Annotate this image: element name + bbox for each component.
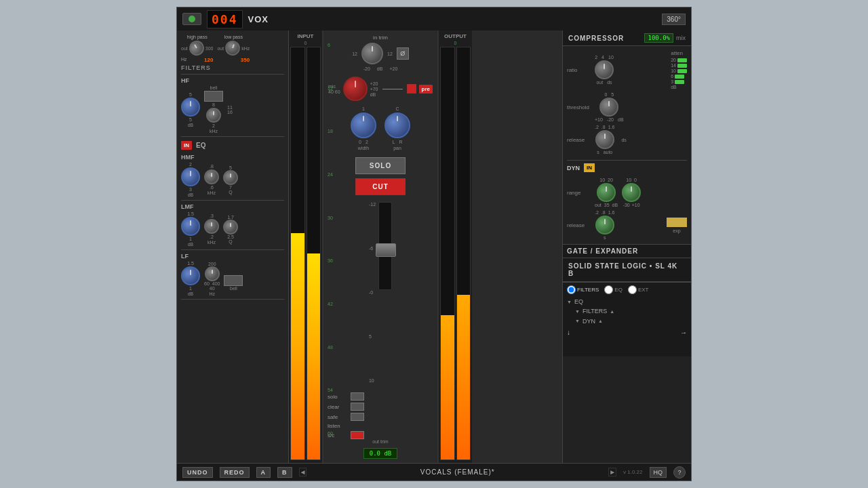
pan-knob[interactable] — [384, 113, 410, 138]
led-3 — [675, 80, 684, 84]
listen-sc-button[interactable] — [351, 431, 364, 439]
help-button[interactable]: ? — [673, 466, 686, 479]
b-button[interactable]: B — [277, 467, 292, 478]
gate-release-knob[interactable] — [595, 216, 614, 235]
power-button[interactable] — [182, 13, 201, 25]
hf-freq-knob[interactable] — [206, 108, 221, 123]
gate-threshold-knob[interactable] — [622, 183, 641, 202]
safe-button[interactable] — [351, 413, 364, 421]
nav-prev-button[interactable]: ◄ — [299, 468, 307, 476]
routing-tab-eq[interactable]: EQ — [604, 285, 623, 294]
comp-release-knob[interactable] — [595, 130, 614, 149]
comp-threshold-knob[interactable] — [599, 98, 618, 117]
routing-item-filters[interactable]: ▼ FILTERS ▲ — [575, 306, 687, 316]
pan-label: pan — [393, 146, 401, 150]
lf-section: LF 1.5 1 dB 200 60400 — [181, 253, 284, 300]
solo-button[interactable]: SOLO — [355, 157, 406, 174]
exp-label: exp — [673, 228, 680, 233]
lf-freq-knob[interactable] — [205, 266, 220, 281]
comp-controls: ratio 2 4 10 out ds — [563, 46, 691, 244]
degrees-button[interactable]: 360° — [662, 14, 686, 25]
hmf-q-knob[interactable] — [223, 170, 238, 185]
high-pass-knob[interactable] — [186, 38, 207, 58]
lmf-gain-knob[interactable] — [181, 217, 200, 236]
in-trim-range-right: +20 — [389, 66, 397, 71]
routing-panel: FILTERS EQ EXT ▼ EQ — [563, 282, 691, 357]
in-trim-db-right: 12 — [387, 52, 393, 56]
gate-release-row: release .2 .8 1.6 s exp — [567, 210, 687, 240]
phase-symbol: Ø — [400, 50, 405, 57]
comp-ratio-knob[interactable] — [595, 60, 614, 79]
in-trim-section: in trim 12 12 Ø -20 dB +20 — [328, 35, 433, 71]
power-indicator — [189, 16, 195, 22]
width-pan-section: 1 0 2 width C L R — [351, 106, 410, 150]
gate-range-knob[interactable] — [597, 183, 616, 202]
cut-button[interactable]: CUT — [355, 178, 406, 195]
led-20 — [677, 58, 687, 62]
clear-button[interactable] — [351, 403, 364, 411]
fader-handle[interactable] — [376, 243, 396, 257]
out-trim-section: out trim 0.0 dB — [363, 439, 398, 459]
lmf-freq-knob[interactable] — [204, 219, 219, 234]
channel-area: INPUT 0 6 12 18 24 — [289, 30, 562, 463]
routing-down-arrow[interactable]: ↓ — [567, 329, 570, 336]
routing-item-eq[interactable]: ▼ EQ — [567, 297, 687, 306]
redo-button[interactable]: REDO — [220, 467, 250, 478]
gate-range-label: range — [567, 190, 591, 196]
routing-tree: ▼ EQ ▼ FILTERS ▲ ▼ DYN ▲ — [567, 297, 687, 326]
solo-sub-button[interactable] — [351, 392, 364, 401]
routing-tab-filters[interactable]: FILTERS — [567, 285, 599, 294]
in-trim-unit: dB — [377, 66, 383, 71]
pre-button[interactable]: pre — [419, 85, 433, 94]
hf-section: HF 5 5 dB bell 8 2 kHz — [181, 77, 284, 137]
track-name: VOCALS (FEMALE)* — [313, 468, 601, 476]
hmf-freq-knob[interactable] — [204, 169, 219, 184]
hq-button[interactable]: HQ — [650, 467, 667, 478]
mic-knob[interactable] — [343, 77, 368, 101]
fader-track[interactable] — [378, 202, 392, 290]
undo-button[interactable]: UNDO — [182, 467, 213, 478]
lmf-q-knob[interactable] — [223, 220, 238, 235]
exp-button[interactable] — [667, 218, 687, 227]
fader-section: -12 -6 -0 5 10 — [369, 202, 392, 383]
comp-release-label: release — [567, 137, 591, 143]
solo-cut-section: SOLO CUT — [355, 157, 406, 195]
filters-label: FILTERS — [181, 64, 284, 71]
nav-next-button[interactable]: ► — [608, 468, 616, 476]
dyn-in-button[interactable]: IN — [584, 163, 595, 172]
low-pass-knob[interactable] — [223, 39, 242, 58]
input-meter-section: INPUT 0 6 12 18 24 — [289, 30, 323, 463]
comp-release-row: release .2 .8 1.6 s auto — [567, 125, 687, 155]
mic-section: mic 40 60 +20 +70 dB pre — [328, 77, 433, 101]
hf-gain-knob[interactable] — [181, 98, 200, 117]
in-trim-db-left: 12 — [352, 52, 357, 56]
routing-right-arrow[interactable]: → — [680, 329, 687, 336]
led-14 — [677, 64, 687, 68]
eq-in-button[interactable]: IN — [181, 141, 192, 150]
comp-ratio-label: ratio — [567, 67, 591, 73]
top-bar: 004 VOX 360° — [177, 7, 691, 30]
hmf-gain-knob[interactable] — [181, 167, 200, 186]
routing-tabs: FILTERS EQ EXT — [567, 285, 687, 294]
channel-name: VOX — [248, 14, 269, 24]
in-trim-knob[interactable] — [361, 43, 383, 64]
eq-in-row: IN EQ — [181, 141, 284, 150]
filters-section: high pass out 300 Hz 120 low pass — [181, 35, 284, 75]
routing-arrows: ↓ → — [567, 329, 687, 336]
a-button[interactable]: A — [256, 467, 271, 478]
lf-gain-knob[interactable] — [181, 266, 200, 285]
dyn-label: DYN — [567, 165, 580, 171]
lf-bell-btn[interactable] — [224, 275, 243, 286]
out-trim-value: 0.0 dB — [363, 448, 398, 459]
hf-bell-btn[interactable] — [204, 91, 223, 102]
routing-item-dyn[interactable]: ▼ DYN ▲ — [575, 317, 687, 326]
input-label: INPUT — [290, 33, 321, 39]
phase-button[interactable]: Ø — [397, 47, 409, 60]
version-label: v 1.0.22 — [623, 469, 642, 475]
width-knob[interactable] — [351, 113, 376, 138]
out-trim-label: out trim — [372, 439, 388, 444]
gate-header: GATE / EXPANDER — [563, 244, 691, 258]
bottom-bar: UNDO REDO A B ◄ VOCALS (FEMALE)* ► v 1.0… — [177, 463, 691, 481]
dyn-row: DYN IN — [567, 160, 687, 172]
routing-tab-ext[interactable]: EXT — [628, 285, 649, 294]
